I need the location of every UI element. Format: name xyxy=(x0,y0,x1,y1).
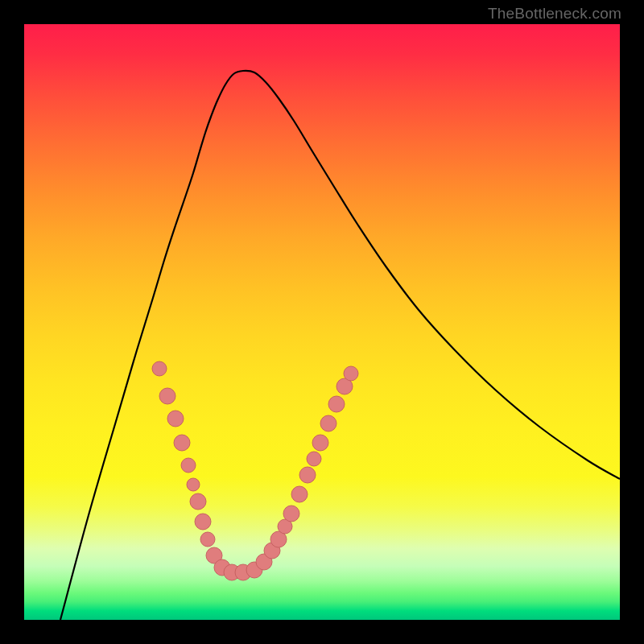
bottleneck-curve xyxy=(60,71,620,620)
watermark-text: TheBottleneck.com xyxy=(488,5,621,23)
data-dot xyxy=(190,493,206,510)
data-dot xyxy=(174,435,190,451)
data-dot xyxy=(195,514,211,530)
data-dot xyxy=(328,396,345,412)
data-dot xyxy=(299,467,316,483)
data-dot xyxy=(200,532,215,547)
data-dots xyxy=(152,361,358,580)
data-dot xyxy=(344,366,358,381)
data-dot xyxy=(283,506,299,522)
data-dot xyxy=(159,388,175,404)
data-dot xyxy=(320,415,336,431)
plot-area xyxy=(24,24,620,620)
data-dot xyxy=(167,411,184,427)
data-dot xyxy=(181,458,196,473)
data-dot xyxy=(291,486,308,502)
chart-container: TheBottleneck.com xyxy=(0,0,644,644)
data-dot xyxy=(187,478,200,491)
chart-svg xyxy=(24,24,620,620)
data-dot xyxy=(307,452,321,466)
data-dot xyxy=(312,435,328,451)
data-dot xyxy=(152,361,167,376)
